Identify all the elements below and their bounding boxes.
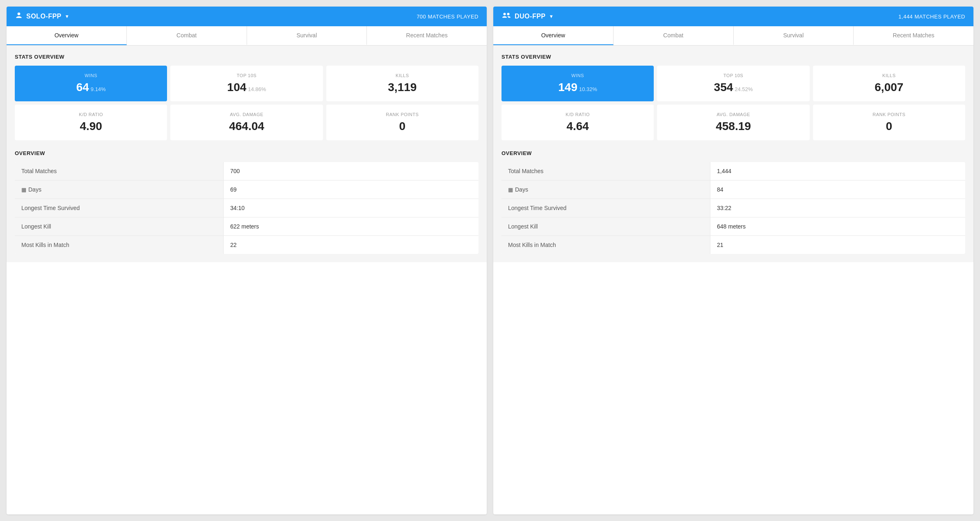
solo-stat-number-2: 3,119 [388,81,417,94]
solo-stat-label-2: KILLS [333,73,472,78]
svg-point-2 [507,13,510,15]
duo-stat-value-3: 4.64 [508,120,647,133]
solo-stat-kdratio: K/D RATIO4.90 [15,105,167,140]
solo-person-icon [15,11,23,21]
duo-overview-key-2: Longest Time Survived [501,199,710,217]
solo-stat-number-3: 4.90 [80,120,102,133]
duo-stat-value-5: 0 [820,120,959,133]
solo-dropdown-chevron[interactable]: ▾ [66,14,69,19]
duo-stat-value-1: 35424.52% [664,81,803,94]
solo-header: SOLO-FPP▾700 MATCHES PLAYED [7,7,487,26]
solo-stat-value-4: 464.04 [177,120,316,133]
solo-stat-value-5: 0 [333,120,472,133]
solo-stats-grid: WINS649.14%TOP 10S10414.86%KILLS3,119K/D… [15,66,479,140]
solo-stat-top10s: TOP 10S10414.86% [170,66,323,101]
duo-matches-played: 1,444 MATCHES PLAYED [898,14,965,20]
solo-overview-row-0: Total Matches700 [15,162,479,181]
solo-overview-value-0: 700 [224,162,479,181]
duo-tab-recent-matches[interactable]: Recent Matches [854,26,973,45]
solo-stat-label-1: TOP 10S [177,73,316,78]
solo-stat-sub-1: 14.86% [248,86,266,92]
duo-tab-combat[interactable]: Combat [614,26,734,45]
duo-stats-grid: WINS14910.32%TOP 10S35424.52%KILLS6,007K… [501,66,965,140]
solo-tab-combat[interactable]: Combat [127,26,247,45]
solo-stat-value-2: 3,119 [333,81,472,94]
duo-tab-survival[interactable]: Survival [734,26,854,45]
duo-overview-key-1: ▦Days [501,180,710,199]
duo-overview-value-2: 33:22 [710,199,966,217]
duo-stat-kills: KILLS6,007 [813,66,965,101]
svg-point-1 [504,13,506,15]
duo-overview-key-0: Total Matches [501,162,710,181]
solo-overview-section: OVERVIEWTotal Matches700▦Days69Longest T… [15,150,479,254]
solo-overview-row-3: Longest Kill622 meters [15,217,479,235]
duo-overview-table: Total Matches1,444▦Days84Longest Time Su… [501,162,965,254]
duo-stat-number-2: 6,007 [875,81,903,94]
duo-stats-title: STATS OVERVIEW [501,54,965,60]
calendar-icon: ▦ [508,187,513,193]
duo-stat-value-4: 458.19 [664,120,803,133]
duo-mode-label[interactable]: DUO-FPP [515,13,546,20]
panel-solo: SOLO-FPP▾700 MATCHES PLAYEDOverviewComba… [7,7,487,514]
solo-stat-wins: WINS649.14% [15,66,167,101]
duo-overview-value-0: 1,444 [710,162,966,181]
solo-overview-value-2: 34:10 [224,199,479,217]
duo-stat-sub-0: 10.32% [579,86,597,92]
duo-stat-value-0: 14910.32% [508,81,647,94]
duo-overview-key-4: Most Kills in Match [501,235,710,254]
solo-body: STATS OVERVIEWWINS649.14%TOP 10S10414.86… [7,46,487,262]
duo-overview-row-1: ▦Days84 [501,180,965,199]
duo-stat-top10s: TOP 10S35424.52% [657,66,809,101]
solo-overview-key-1: ▦Days [15,180,224,199]
svg-point-0 [18,13,21,16]
duo-stat-avgdamage: AVG. DAMAGE458.19 [657,105,809,140]
duo-stat-number-0: 149 [558,81,577,94]
duo-overview-value-3: 648 meters [710,217,966,235]
duo-stat-label-2: KILLS [820,73,959,78]
duo-stat-label-4: AVG. DAMAGE [664,112,803,117]
solo-stat-label-0: WINS [21,73,160,78]
duo-header-left: DUO-FPP▾ [501,11,552,21]
solo-overview-row-2: Longest Time Survived34:10 [15,199,479,217]
solo-stat-label-4: AVG. DAMAGE [177,112,316,117]
solo-tab-overview[interactable]: Overview [7,26,127,45]
duo-dropdown-chevron[interactable]: ▾ [550,14,553,19]
solo-overview-key-2: Longest Time Survived [15,199,224,217]
solo-stat-value-0: 649.14% [21,81,160,94]
duo-overview-key-3: Longest Kill [501,217,710,235]
solo-stat-label-5: RANK POINTS [333,112,472,117]
solo-tab-survival[interactable]: Survival [247,26,367,45]
duo-person-icon [501,11,511,21]
solo-overview-row-4: Most Kills in Match22 [15,235,479,254]
duo-header: DUO-FPP▾1,444 MATCHES PLAYED [493,7,973,26]
solo-overview-value-3: 622 meters [224,217,479,235]
solo-overview-value-4: 22 [224,235,479,254]
solo-stat-kills: KILLS3,119 [326,66,479,101]
duo-stat-label-5: RANK POINTS [820,112,959,117]
solo-tab-recent-matches[interactable]: Recent Matches [367,26,487,45]
solo-overview-key-4: Most Kills in Match [15,235,224,254]
duo-overview-title: OVERVIEW [501,150,965,156]
solo-mode-label[interactable]: SOLO-FPP [26,13,62,20]
duo-overview-row-2: Longest Time Survived33:22 [501,199,965,217]
duo-overview-value-4: 21 [710,235,966,254]
duo-overview-row-4: Most Kills in Match21 [501,235,965,254]
duo-stat-value-2: 6,007 [820,81,959,94]
solo-overview-table: Total Matches700▦Days69Longest Time Surv… [15,162,479,254]
duo-overview-section: OVERVIEWTotal Matches1,444▦Days84Longest… [501,150,965,254]
panel-duo: DUO-FPP▾1,444 MATCHES PLAYEDOverviewComb… [493,7,973,514]
duo-stat-label-0: WINS [508,73,647,78]
solo-overview-row-1: ▦Days69 [15,180,479,199]
duo-stat-label-1: TOP 10S [664,73,803,78]
calendar-icon: ▦ [21,187,26,193]
duo-stat-label-3: K/D RATIO [508,112,647,117]
solo-overview-key-0: Total Matches [15,162,224,181]
duo-stat-number-4: 458.19 [716,120,751,133]
solo-stat-value-3: 4.90 [21,120,160,133]
solo-stats-title: STATS OVERVIEW [15,54,479,60]
duo-stat-number-3: 4.64 [566,120,589,133]
duo-stat-number-5: 0 [886,120,893,133]
duo-tab-overview[interactable]: Overview [493,26,614,45]
solo-overview-title: OVERVIEW [15,150,479,156]
duo-stat-number-1: 354 [714,81,733,94]
